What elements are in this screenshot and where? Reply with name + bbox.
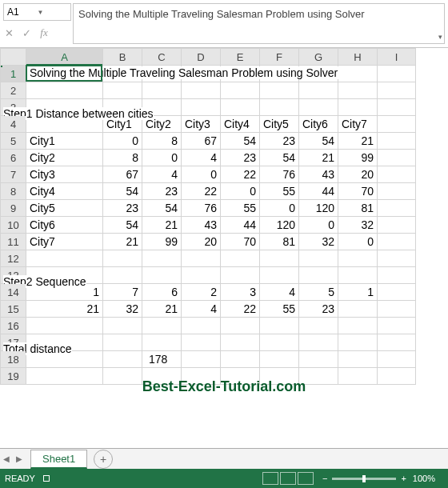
col-header-E[interactable]: E [221, 49, 260, 66]
cell[interactable]: 54 [299, 133, 338, 150]
cell[interactable] [260, 368, 299, 385]
cell[interactable] [103, 368, 142, 385]
cell[interactable]: 22 [221, 166, 260, 183]
cell[interactable] [299, 334, 338, 351]
cell[interactable]: City6 [26, 217, 103, 234]
cell[interactable] [378, 200, 416, 217]
cell[interactable]: 81 [260, 234, 299, 250]
cell[interactable] [260, 66, 299, 82]
cell[interactable] [378, 267, 416, 284]
cell[interactable]: 70 [221, 234, 260, 250]
cell[interactable]: 4 [142, 166, 182, 183]
row-header[interactable]: 4 [1, 116, 26, 133]
cell[interactable]: City5 [260, 116, 299, 133]
tab-nav-prev-icon[interactable]: ◀ [0, 454, 13, 463]
cell[interactable]: 54 [103, 183, 142, 200]
cell[interactable]: 4 [260, 284, 299, 301]
cell[interactable]: 54 [260, 150, 299, 166]
col-header-H[interactable]: H [338, 49, 378, 66]
sheet-tab[interactable]: Sheet1 [30, 450, 87, 469]
cell[interactable]: 20 [182, 234, 221, 250]
cell[interactable]: 21 [26, 301, 103, 318]
cell[interactable] [299, 368, 338, 385]
cell[interactable]: 70 [338, 183, 378, 200]
cell[interactable] [26, 334, 103, 351]
cell[interactable]: 44 [221, 217, 260, 234]
cell[interactable]: 99 [338, 150, 378, 166]
row-header[interactable]: 12 [1, 250, 26, 267]
cell[interactable]: 99 [142, 234, 182, 250]
cell[interactable] [260, 250, 299, 267]
cell[interactable]: 54 [142, 200, 182, 217]
cell[interactable] [26, 116, 103, 133]
col-header-B[interactable]: B [103, 49, 142, 66]
cell[interactable]: 32 [103, 301, 142, 318]
cell[interactable] [142, 318, 182, 334]
cell[interactable]: 6 [142, 284, 182, 301]
cell[interactable] [142, 82, 182, 99]
cell[interactable]: 0 [103, 133, 142, 150]
cell[interactable] [260, 99, 299, 116]
select-all-corner[interactable] [1, 49, 26, 66]
cell[interactable]: 32 [299, 234, 338, 250]
zoom-in-icon[interactable]: + [401, 474, 406, 483]
cancel-formula-icon[interactable]: ✕ [2, 26, 16, 40]
cell[interactable] [338, 66, 378, 82]
row-header[interactable]: 5 [1, 133, 26, 150]
cell[interactable]: 54 [103, 217, 142, 234]
cell[interactable] [378, 301, 416, 318]
zoom-out-icon[interactable]: − [322, 474, 327, 483]
cell[interactable]: 2 [182, 284, 221, 301]
cell[interactable]: 0 [142, 150, 182, 166]
cell[interactable]: 44 [299, 183, 338, 200]
cell[interactable] [260, 351, 299, 368]
cell[interactable]: 21 [299, 150, 338, 166]
cell[interactable]: 76 [182, 200, 221, 217]
cell[interactable]: 32 [338, 217, 378, 234]
cell[interactable]: 55 [260, 301, 299, 318]
add-sheet-button[interactable]: + [94, 450, 113, 469]
cell[interactable]: 120 [299, 200, 338, 217]
cell[interactable]: 8 [103, 150, 142, 166]
cell[interactable]: 43 [182, 217, 221, 234]
view-page-break-icon[interactable] [298, 472, 314, 485]
cell[interactable] [26, 318, 103, 334]
row-header[interactable]: 10 [1, 217, 26, 234]
cell[interactable] [299, 82, 338, 99]
row-header[interactable]: 7 [1, 166, 26, 183]
cell[interactable]: 43 [299, 166, 338, 183]
cell[interactable] [378, 166, 416, 183]
cell[interactable]: 81 [338, 200, 378, 217]
cell[interactable]: City6 [299, 116, 338, 133]
cell[interactable]: 0 [182, 166, 221, 183]
cell[interactable] [26, 250, 103, 267]
cell[interactable]: Step2 Sequence [26, 267, 103, 284]
cell[interactable]: 21 [142, 301, 182, 318]
fx-icon[interactable]: fx [37, 26, 51, 40]
cell[interactable] [103, 250, 142, 267]
cell[interactable]: 120 [260, 217, 299, 234]
cell[interactable]: City5 [26, 200, 103, 217]
cell[interactable]: 0 [338, 234, 378, 250]
cell[interactable] [182, 66, 221, 82]
cell[interactable]: Total distance [103, 334, 142, 351]
cell[interactable] [260, 267, 299, 284]
cell[interactable]: 8 [142, 133, 182, 150]
cell[interactable] [299, 351, 338, 368]
cell[interactable]: 23 [103, 200, 142, 217]
cell[interactable] [221, 334, 260, 351]
cell[interactable]: 22 [221, 301, 260, 318]
cell[interactable] [26, 368, 103, 385]
cell[interactable] [221, 82, 260, 99]
cell[interactable] [221, 318, 260, 334]
cell[interactable] [338, 99, 378, 116]
cell[interactable]: City7 [26, 234, 103, 250]
row-header[interactable]: 1 [1, 66, 26, 82]
cell[interactable]: City7 [338, 116, 378, 133]
cell[interactable] [378, 133, 416, 150]
cell[interactable]: 23 [260, 133, 299, 150]
cell[interactable]: 55 [260, 183, 299, 200]
spreadsheet-grid[interactable]: A B C D E F G H I 1 2 3 Step1 Distance b… [0, 48, 448, 440]
cell[interactable] [182, 318, 221, 334]
col-header-F[interactable]: F [260, 49, 299, 66]
